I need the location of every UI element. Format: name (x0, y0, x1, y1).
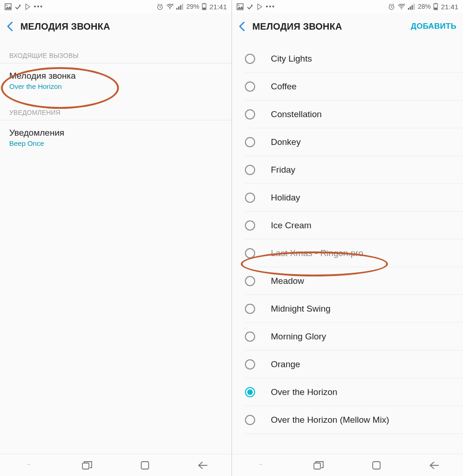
radio-icon[interactable] (245, 109, 255, 119)
ringtone-item[interactable]: Orange (245, 351, 463, 378)
svg-rect-15 (204, 3, 205, 4)
radio-icon[interactable] (245, 81, 255, 92)
ringtone-label: Ice Cream (271, 220, 312, 231)
radio-icon[interactable] (245, 332, 255, 342)
ringtone-label: Last Xmas - Ringon.pro (271, 248, 363, 258)
svg-rect-30 (314, 463, 320, 469)
svg-rect-26 (413, 4, 415, 10)
radio-icon[interactable] (245, 359, 255, 370)
nav-recents-button[interactable] (81, 460, 93, 471)
ringtone-item[interactable]: Morning Glory (245, 323, 463, 351)
radio-icon[interactable] (245, 415, 255, 425)
back-button[interactable] (6, 21, 20, 31)
svg-rect-29 (434, 8, 437, 10)
status-bar: ••• 29% 21:41 (0, 0, 232, 13)
phone-screen-right: ••• 28% 21:41 МЕЛОДИЯ ЗВОНКА ДОБАВИТЬ (232, 0, 463, 476)
phone-screen-left: ••• 29% 21:41 МЕЛОДИЯ ЗВОНКА ВХОДЯЩИЕ ВЫ… (0, 0, 232, 476)
ringtone-label: Coffee (271, 81, 297, 92)
radio-icon[interactable] (245, 220, 255, 231)
nav-bar: ⋮ (232, 454, 463, 476)
svg-rect-16 (203, 8, 206, 10)
svg-rect-24 (410, 6, 411, 10)
svg-rect-10 (176, 8, 178, 10)
svg-rect-31 (373, 462, 380, 469)
check-notif-icon (246, 3, 254, 10)
radio-icon[interactable] (245, 165, 255, 175)
notification-setting[interactable]: Уведомления Beep Once (0, 120, 232, 154)
settings-content: ВХОДЯЩИЕ ВЫЗОВЫ Мелодия звонка Over the … (0, 40, 232, 454)
image-notif-icon (5, 3, 12, 10)
header: МЕЛОДИЯ ЗВОНКА ДОБАВИТЬ (232, 13, 463, 40)
radio-icon[interactable] (245, 387, 255, 397)
battery-icon (202, 3, 206, 10)
header: МЕЛОДИЯ ЗВОНКА (0, 13, 232, 40)
ringtone-label: Constellation (271, 109, 322, 119)
section-incoming-calls: ВХОДЯЩИЕ ВЫЗОВЫ (0, 40, 232, 63)
battery-percent: 29% (186, 3, 199, 10)
check-notif-icon (14, 3, 22, 10)
nav-back-button[interactable] (197, 460, 208, 471)
more-notifs-icon: ••• (34, 3, 44, 10)
radio-icon[interactable] (245, 137, 255, 147)
alarm-icon (156, 3, 163, 10)
svg-rect-18 (141, 462, 149, 469)
ringtone-setting[interactable]: Мелодия звонка Over the Horizon (0, 63, 232, 97)
more-notifs-icon: ••• (266, 3, 275, 10)
nav-menu-button[interactable]: ⋮ (255, 460, 266, 471)
nav-back-button[interactable] (429, 460, 440, 471)
battery-percent: 28% (418, 3, 431, 10)
page-title: МЕЛОДИЯ ЗВОНКА (252, 21, 411, 32)
ringtone-item[interactable]: City Lights (245, 45, 463, 73)
svg-point-20 (238, 5, 239, 6)
nav-bar: ⋮ (0, 454, 232, 476)
radio-icon[interactable] (245, 248, 255, 258)
ringtone-item[interactable]: Over the Horizon (245, 378, 463, 406)
ringtone-label: Donkey (271, 137, 300, 147)
image-notif-icon (237, 3, 244, 10)
ringtone-content: City LightsCoffeeConstellationDonkeyFrid… (232, 40, 463, 454)
ringtone-label: Midnight Swing (271, 304, 331, 314)
ringtone-item[interactable]: Ice Cream (245, 212, 463, 239)
nav-recents-button[interactable] (313, 460, 324, 471)
svg-rect-25 (412, 5, 413, 10)
nav-home-button[interactable] (371, 460, 382, 471)
clock: 21:41 (209, 3, 227, 11)
alarm-icon (388, 3, 395, 10)
radio-icon[interactable] (245, 54, 255, 64)
svg-rect-23 (408, 8, 409, 10)
clock: 21:41 (441, 3, 458, 11)
add-button[interactable]: ДОБАВИТЬ (411, 22, 457, 31)
svg-rect-12 (180, 5, 181, 10)
wifi-icon (398, 4, 405, 10)
ringtone-item[interactable]: Friday (245, 156, 463, 184)
nav-home-button[interactable] (139, 460, 150, 471)
svg-point-22 (401, 8, 402, 9)
ringtone-item[interactable]: Midnight Swing (245, 295, 463, 323)
ringtone-partial-item[interactable] (245, 40, 463, 45)
ringtone-item[interactable]: Constellation (245, 100, 463, 128)
ringtone-label: Orange (271, 359, 300, 370)
ringtone-label: Holiday (271, 193, 300, 203)
play-store-icon (25, 3, 31, 10)
svg-point-7 (6, 5, 7, 6)
radio-icon[interactable] (245, 276, 255, 286)
status-bar: ••• 28% 21:41 (232, 0, 463, 13)
ringtone-setting-title: Мелодия звонка (9, 71, 222, 81)
notification-setting-value: Beep Once (9, 139, 222, 147)
svg-point-9 (169, 8, 170, 9)
wifi-icon (166, 4, 174, 10)
ringtone-item[interactable]: Coffee (245, 73, 463, 100)
nav-menu-button[interactable]: ⋮ (24, 460, 35, 471)
ringtone-item[interactable]: Donkey (245, 128, 463, 156)
ringtone-item[interactable]: Meadow (245, 267, 463, 295)
radio-icon[interactable] (245, 193, 255, 203)
ringtone-label: Friday (271, 165, 295, 175)
ringtone-label: Morning Glory (271, 332, 326, 342)
ringtone-item[interactable]: Holiday (245, 184, 463, 212)
signal-icon (176, 4, 183, 10)
ringtone-label: Meadow (271, 276, 304, 286)
radio-icon[interactable] (245, 304, 255, 314)
ringtone-item[interactable]: Over the Horizon (Mellow Mix) (245, 406, 463, 434)
ringtone-item[interactable]: Last Xmas - Ringon.pro (245, 239, 463, 267)
back-button[interactable] (238, 21, 252, 31)
